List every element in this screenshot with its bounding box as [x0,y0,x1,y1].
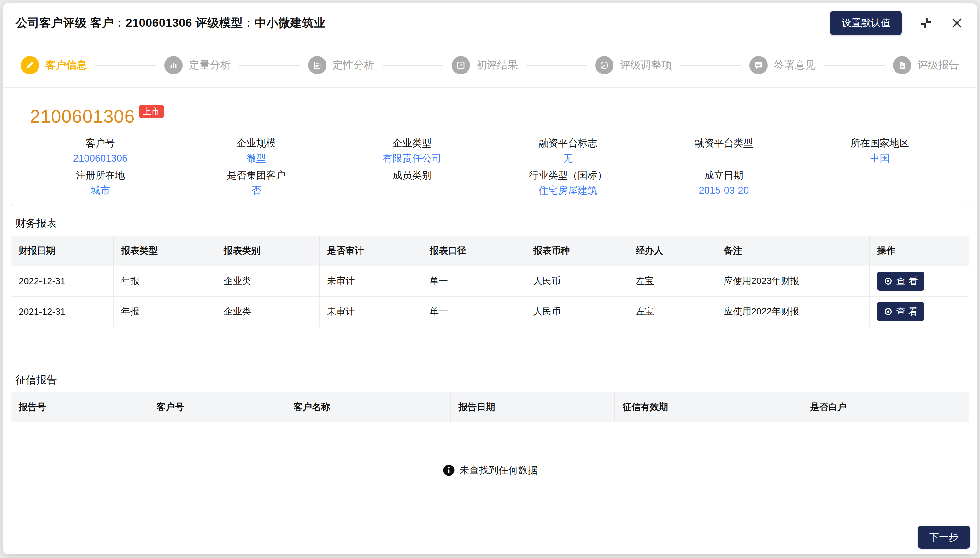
eye-icon [883,276,893,286]
header-actions: 设置默认值 [830,11,964,35]
column-header: 报告号 [11,392,149,422]
column-header: 征信有效期 [615,392,802,422]
column-header: 经办人 [628,236,716,266]
company-rating-dialog: 公司客户评级 客户：2100601306 评级模型：中小微建筑业 设置默认值 客… [3,3,977,554]
column-header: 客户号 [149,392,286,422]
empty-state-row: 未查找到任何数据 [11,422,969,520]
step-label: 签署意见 [774,58,816,72]
step-label: 定量分析 [189,58,231,72]
table-header-row: 报告号 客户号 客户名称 报告日期 征信有效期 是否白户 [11,392,969,422]
column-header: 备注 [716,236,869,266]
table-cell: 未审计 [320,266,422,297]
field-empty [802,170,958,196]
table-cell: 单一 [422,266,526,297]
credit-table: 报告号 客户号 客户名称 报告日期 征信有效期 是否白户 未查找到 [11,392,969,520]
table-cell: 2022-12-31 [11,266,113,297]
step-qualitative-analysis[interactable]: 定性分析 [308,56,374,74]
field-enterprise-type: 企业类型 有限责任公司 [334,138,490,164]
pencil-icon [21,56,39,74]
table-cell: 年报 [113,297,216,327]
page-title: 公司客户评级 客户：2100601306 评级模型：中小微建筑业 [16,15,326,31]
customer-fields-grid: 客户号 2100601306 企业规模 微型 企业类型 有限责任公司 融资平台标… [22,138,958,196]
table-row: 2022-12-31 年报 企业类 未审计 单一 人民币 左宝 应使用2023年… [11,266,969,297]
column-header: 报表币种 [526,236,628,266]
close-icon[interactable] [951,16,964,30]
listed-badge: 上市 [139,105,164,118]
table-cell: 左宝 [628,297,716,327]
field-country-region: 所在国家地区 中国 [802,138,958,164]
step-label: 评级调整项 [620,58,672,72]
field-financing-platform-flag: 融资平台标志 无 [490,138,646,164]
comment-icon [749,56,768,74]
step-connector [239,65,300,66]
table-cell: 2021-12-31 [11,297,113,327]
info-icon [442,464,455,477]
step-rating-report[interactable]: 评级报告 [893,56,959,74]
step-label: 定性分析 [333,58,374,72]
customer-number: 2100601306 [30,106,135,126]
next-step-button[interactable]: 下一步 [918,526,970,548]
dialog-footer: 下一步 [3,523,977,554]
rating-stepper: 客户信息 定量分析 定性分析 初评结果 [3,43,977,88]
step-connector [526,65,587,66]
customer-number-row: 2100601306上市 [22,106,958,127]
step-quantitative-analysis[interactable]: 定量分析 [164,56,231,74]
dialog-header: 公司客户评级 客户：2100601306 评级模型：中小微建筑业 设置默认值 [3,3,977,43]
column-header: 客户名称 [286,392,451,422]
table-cell: 年报 [113,266,216,297]
table-cell: 人民币 [526,266,628,297]
field-registered-location: 注册所在地 城市 [22,170,178,196]
column-header: 财报日期 [11,236,113,266]
column-header: 报表类型 [113,236,216,266]
table-filler-row [11,327,969,363]
field-enterprise-scale: 企业规模 微型 [178,138,334,164]
step-customer-info[interactable]: 客户信息 [21,56,87,74]
field-industry-type: 行业类型（国标） 住宅房屋建筑 [490,170,646,196]
financial-section-title: 财务报表 [15,217,969,229]
empty-state: 未查找到任何数据 [442,464,538,477]
table-cell: 企业类 [216,297,320,327]
field-financing-platform-type: 融资平台类型 [646,138,802,164]
field-customer-no: 客户号 2100601306 [22,138,178,164]
column-header: 报表类别 [216,236,320,266]
compress-icon[interactable] [919,16,933,30]
field-is-group-customer: 是否集团客户 否 [178,170,334,196]
credit-section-title: 征信报告 [15,374,969,386]
step-label: 客户信息 [46,58,87,72]
column-header: 是否白户 [802,392,969,422]
view-button[interactable]: 查看 [877,302,924,321]
view-button[interactable]: 查看 [877,272,924,290]
table-cell: 单一 [422,297,526,327]
table-cell: 查看 [870,297,969,327]
empty-state-text: 未查找到任何数据 [460,464,538,477]
step-sign-opinions[interactable]: 签署意见 [749,56,816,74]
column-header: 报表口径 [422,236,526,266]
column-header: 是否审计 [320,236,422,266]
customer-info-card: 2100601306上市 客户号 2100601306 企业规模 微型 企业类型… [11,95,969,206]
eye-icon [883,307,893,317]
table-cell: 企业类 [216,266,320,297]
table-header-row: 财报日期 报表类型 报表类别 是否审计 报表口径 报表币种 经办人 备注 操作 [11,236,969,266]
bar-chart-icon [164,56,183,74]
step-initial-result[interactable]: 初评结果 [452,56,518,74]
document-icon [308,56,326,74]
dialog-content: 2100601306上市 客户号 2100601306 企业规模 微型 企业类型… [3,88,977,523]
edit-square-icon [452,56,470,74]
table-cell: 查看 [870,266,969,297]
table-cell: 应使用2022年财报 [716,297,869,327]
table-cell: 左宝 [628,266,716,297]
column-header: 操作 [870,236,969,266]
table-cell: 未审计 [320,297,422,327]
step-rating-adjustments[interactable]: 评级调整项 [595,56,672,74]
step-label: 评级报告 [918,58,959,72]
financial-table: 财报日期 报表类型 报表类别 是否审计 报表口径 报表币种 经办人 备注 操作 … [11,236,969,363]
step-connector [824,65,885,66]
field-establish-date: 成立日期 2015-03-20 [646,170,802,196]
table-cell: 应使用2023年财报 [716,266,869,297]
table-cell: 人民币 [526,297,628,327]
step-connector [680,65,741,66]
step-connector [95,65,156,66]
set-default-button[interactable]: 设置默认值 [830,11,902,35]
gauge-icon [595,56,613,74]
step-label: 初评结果 [476,58,518,72]
